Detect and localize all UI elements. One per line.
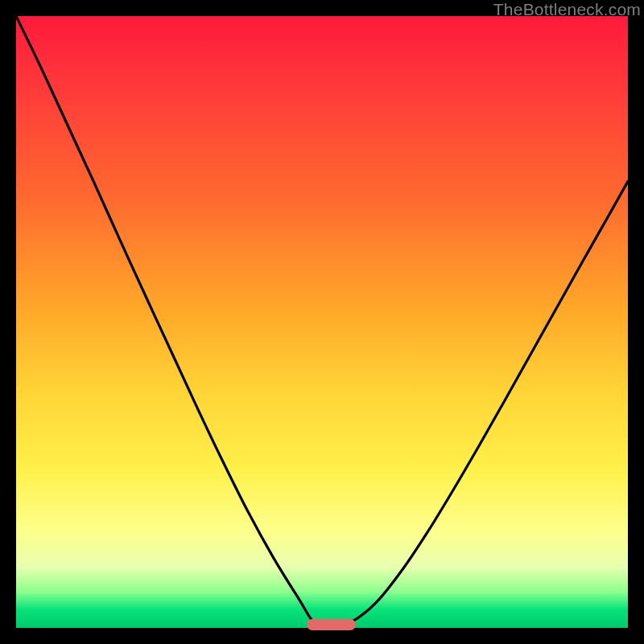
watermark-text: TheBottleneck.com (493, 0, 641, 19)
plot-area (16, 16, 628, 628)
valley-marker (307, 619, 356, 630)
bottleneck-curve (16, 16, 628, 628)
chart-frame: TheBottleneck.com (0, 0, 644, 644)
